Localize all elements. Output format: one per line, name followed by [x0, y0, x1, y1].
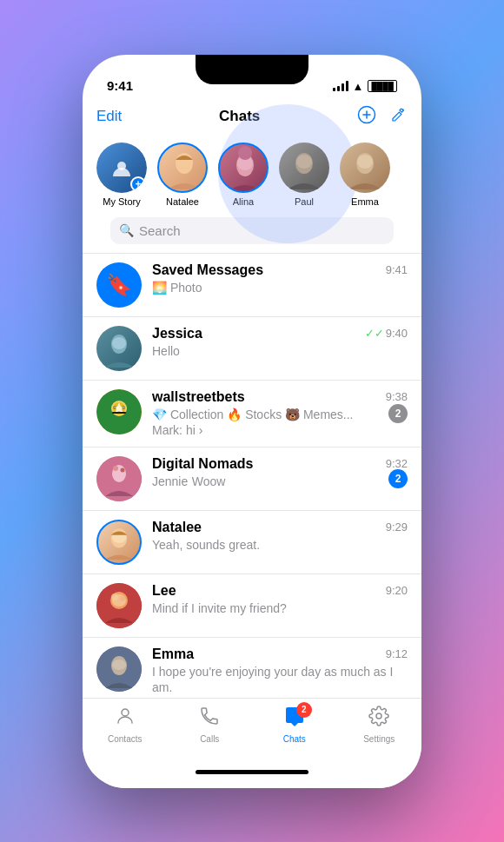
story-avatar-paul [279, 143, 329, 193]
chat-preview-digital-nomads: Jennie [152, 474, 188, 488]
edit-button[interactable]: Edit [96, 108, 122, 125]
chat-item-lee[interactable]: Lee 9:20 Mind if I invite my friend? [83, 574, 421, 638]
chat-content-emma: Emma 9:12 I hope you're enjoying your da… [152, 646, 408, 695]
svg-point-13 [296, 155, 312, 169]
chat-header-natalee: Natalee 9:29 [152, 520, 408, 535]
home-indicator [196, 770, 308, 774]
chat-item-jessica[interactable]: Jessica ✓✓9:40 Hello [83, 317, 421, 381]
svg-point-38 [112, 660, 126, 670]
story-item-natalee[interactable]: Natalee [157, 143, 208, 207]
story-item-paul[interactable]: Paul [279, 143, 329, 207]
stories-section: + My Story [96, 139, 408, 217]
add-story-badge: + [130, 176, 146, 192]
chat-time-wallstreetbets: 9:38 [386, 390, 408, 403]
search-icon: 🔍 [119, 223, 134, 237]
chat-time-lee: 9:20 [386, 584, 408, 597]
chat-badge-wallstreetbets: 2 [388, 404, 408, 423]
header-icons [357, 105, 408, 129]
svg-point-28 [121, 467, 125, 472]
nav-contacts[interactable]: Contacts [99, 706, 151, 744]
compose-button[interactable] [390, 106, 408, 128]
chat-preview-saved: 🌅 Photo [152, 281, 202, 295]
chat-header-emma: Emma 9:12 [152, 646, 408, 662]
chat-time-jessica: ✓✓9:40 [365, 327, 408, 340]
search-bar[interactable]: 🔍 Search [110, 217, 394, 244]
chats-nav-badge: 2 [296, 702, 312, 718]
page-title: Chats [219, 108, 260, 125]
chat-preview2-digital-nomads: Woow [192, 474, 226, 488]
chat-item-emma[interactable]: Emma 9:12 I hope you're enjoying your da… [83, 638, 421, 698]
chat-content-jessica: Jessica ✓✓9:40 Hello [152, 326, 408, 359]
nav-label-calls: Calls [200, 734, 219, 744]
chat-name-natalee: Natalee [152, 520, 202, 535]
story-name-emma: Emma [351, 196, 379, 207]
status-time: 9:41 [107, 78, 133, 93]
chat-name-emma: Emma [152, 646, 194, 662]
header: Edit Chats [83, 98, 421, 254]
nav-label-settings: Settings [363, 734, 395, 744]
chat-avatar-lee [96, 583, 142, 628]
chat-name-saved: Saved Messages [152, 262, 263, 278]
chat-content-digital-nomads: Digital Nomads 9:32 Jennie Woow [152, 456, 408, 489]
new-group-button[interactable] [357, 105, 376, 129]
chat-preview-natalee: Yeah, sounds great. [152, 538, 260, 552]
chat-header-saved: Saved Messages 9:41 [152, 262, 408, 278]
signal-bars-icon [333, 81, 348, 91]
battery-icon: ████ [368, 80, 397, 92]
svg-point-23 [113, 406, 116, 409]
chat-name-jessica: Jessica [152, 326, 202, 341]
chat-content-lee: Lee 9:20 Mind if I invite my friend? [152, 583, 408, 616]
chat-header-digital-nomads: Digital Nomads 9:32 [152, 456, 408, 472]
chats-icon: 2 [284, 706, 305, 732]
stories-row: + My Story [96, 139, 408, 217]
calls-icon [199, 706, 220, 732]
story-item-alina[interactable]: Alina [218, 143, 269, 207]
chat-avatar-natalee [96, 520, 142, 565]
chat-avatar-saved: 🔖 [96, 262, 142, 308]
chat-badge-digital-nomads: 2 [388, 469, 408, 488]
header-top: Edit Chats [96, 105, 408, 129]
nav-calls[interactable]: Calls [183, 706, 235, 744]
bottom-nav: Contacts Calls 2 Chats [83, 698, 421, 770]
chat-item-saved[interactable]: 🔖 Saved Messages 9:41 🌅 Photo [83, 254, 421, 317]
svg-point-34 [111, 593, 118, 600]
chat-content-saved: Saved Messages 9:41 🌅 Photo [152, 262, 408, 295]
double-check-icon: ✓✓ [365, 327, 384, 340]
chat-content-wallstreetbets: wallstreetbets 9:38 💎 Collection 🔥 Stock… [152, 389, 408, 438]
nav-chats[interactable]: 2 Chats [269, 706, 321, 744]
chat-name-wallstreetbets: wallstreetbets [152, 389, 245, 405]
chat-preview-wallstreetbets: 💎 Collection 🔥 Stocks 🐻 Memes... [152, 408, 354, 421]
story-name-paul: Paul [295, 196, 314, 207]
chat-item-digital-nomads[interactable]: Digital Nomads 9:32 Jennie Woow 2 [83, 448, 421, 511]
chat-preview-lee: Mind if I invite my friend? [152, 601, 287, 615]
svg-point-24 [122, 406, 125, 409]
settings-icon [368, 706, 389, 732]
chat-avatar-jessica [96, 326, 142, 371]
svg-point-35 [120, 596, 125, 601]
story-avatar-emma [340, 143, 390, 193]
chat-header-jessica: Jessica ✓✓9:40 [152, 326, 408, 341]
notch [196, 55, 308, 84]
story-avatar-alina [218, 143, 269, 193]
search-input[interactable]: Search [139, 223, 181, 238]
contacts-icon [115, 706, 136, 732]
svg-point-10 [238, 146, 252, 160]
chat-header-wallstreetbets: wallstreetbets 9:38 [152, 389, 408, 405]
story-item-emma[interactable]: Emma [340, 143, 390, 207]
wifi-icon: ▲ [353, 80, 364, 93]
nav-settings[interactable]: Settings [353, 706, 405, 744]
chat-avatar-digital-nomads [96, 456, 142, 501]
story-name-my-story: My Story [103, 196, 140, 207]
chat-avatar-emma [96, 646, 142, 692]
chat-item-natalee[interactable]: Natalee 9:29 Yeah, sounds great. [83, 511, 421, 574]
my-story-avatar: + [96, 143, 147, 193]
chat-item-wallstreetbets[interactable]: wallstreetbets 9:38 💎 Collection 🔥 Stock… [83, 381, 421, 448]
story-item-my-story[interactable]: + My Story [96, 143, 147, 207]
chat-avatar-wallstreetbets [96, 389, 142, 434]
chat-name-digital-nomads: Digital Nomads [152, 456, 253, 472]
chat-content-natalee: Natalee 9:29 Yeah, sounds great. [152, 520, 408, 553]
main-content: Edit Chats [83, 98, 421, 788]
chat-name-lee: Lee [152, 583, 176, 599]
nav-label-chats: Chats [283, 734, 306, 744]
svg-point-40 [376, 713, 381, 719]
